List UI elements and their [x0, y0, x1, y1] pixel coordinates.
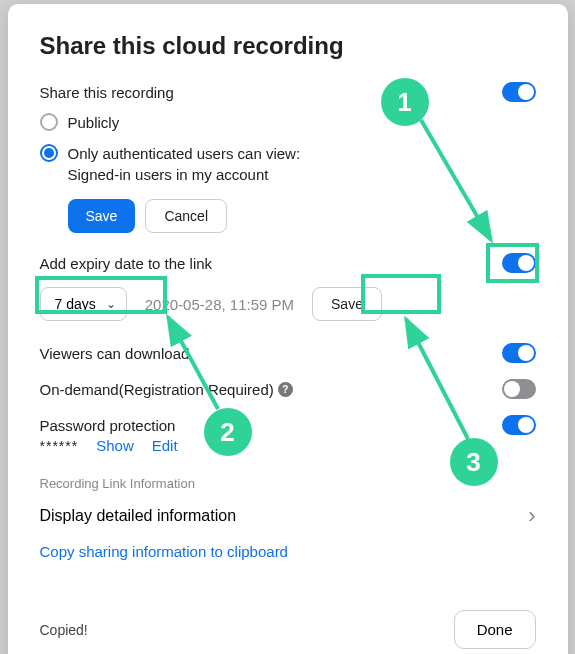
- save-button[interactable]: Save: [68, 199, 136, 233]
- share-radio-group: Publicly Only authenticated users can vi…: [40, 112, 536, 185]
- chevron-down-icon: ⌄: [106, 297, 116, 311]
- radio-icon-selected: [40, 144, 58, 162]
- done-button[interactable]: Done: [454, 610, 536, 649]
- share-recording-modal: Share this cloud recording Share this re…: [8, 4, 568, 654]
- copy-sharing-link[interactable]: Copy sharing information to clipboard: [40, 543, 288, 560]
- anno-arrow-2: [158, 309, 248, 419]
- radio-auth-line2: Signed-in users in my account: [68, 164, 301, 185]
- expiry-toggle[interactable]: [502, 253, 536, 273]
- on-demand-text: On-demand(Registration Required): [40, 381, 274, 398]
- cancel-button[interactable]: Cancel: [145, 199, 227, 233]
- radio-publicly[interactable]: Publicly: [40, 112, 536, 133]
- radio-icon: [40, 113, 58, 131]
- expiry-select-value: 7 days: [55, 296, 96, 312]
- share-toggle[interactable]: [502, 82, 536, 102]
- radio-label-publicly: Publicly: [68, 112, 120, 133]
- show-password-link[interactable]: Show: [96, 437, 134, 454]
- modal-title: Share this cloud recording: [40, 32, 536, 60]
- display-detailed-row[interactable]: Display detailed information ›: [40, 503, 536, 529]
- radio-label-auth: Only authenticated users can view: Signe…: [68, 143, 301, 185]
- password-mask: ******: [40, 438, 79, 454]
- copied-status: Copied!: [40, 622, 88, 638]
- expiry-date-text: 2020-05-28, 11:59 PM: [145, 296, 294, 313]
- help-icon[interactable]: ?: [278, 382, 293, 397]
- chevron-right-icon: ›: [528, 503, 535, 529]
- link-info-heading: Recording Link Information: [40, 476, 536, 491]
- edit-password-link[interactable]: Edit: [152, 437, 178, 454]
- password-protection-toggle[interactable]: [502, 415, 536, 435]
- radio-authenticated[interactable]: Only authenticated users can view: Signe…: [40, 143, 536, 185]
- on-demand-label: On-demand(Registration Required) ?: [40, 381, 293, 398]
- expiry-label: Add expiry date to the link: [40, 255, 213, 272]
- radio-auth-line1: Only authenticated users can view:: [68, 145, 301, 162]
- expiry-select[interactable]: 7 days ⌄: [40, 287, 127, 321]
- share-section-label: Share this recording: [40, 84, 174, 101]
- expiry-save-button[interactable]: Save: [312, 287, 382, 321]
- on-demand-toggle[interactable]: [502, 379, 536, 399]
- password-protection-label: Password protection: [40, 417, 176, 434]
- viewers-download-toggle[interactable]: [502, 343, 536, 363]
- viewers-download-label: Viewers can download: [40, 345, 190, 362]
- display-detailed-label: Display detailed information: [40, 507, 237, 525]
